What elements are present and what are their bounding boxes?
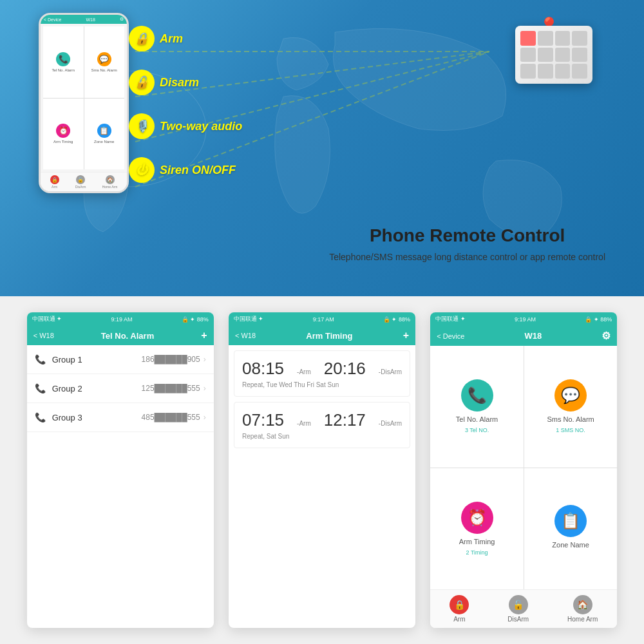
zone-name-icon: 📋 xyxy=(97,124,111,138)
timing2-end-time: 12:17 xyxy=(324,410,366,430)
homearm-bottom-btn[interactable]: 🏠 Home Arm xyxy=(567,595,598,623)
disarm-label: 🔓 Disarm xyxy=(129,70,242,95)
device-key-6 xyxy=(555,48,571,62)
sms-alarm-label: Sms No. Alarm xyxy=(91,68,117,72)
contact-item-1[interactable]: 📞 Group 1 186██████905 › xyxy=(27,345,214,374)
phone-grid-timing[interactable]: ⏰ Arm Timing xyxy=(43,99,84,170)
main-tel-label: Tel No. Alarm xyxy=(456,415,498,423)
disarm-bottom-icon: 🔓 xyxy=(509,595,528,614)
phone-settings-icon: ⚙ xyxy=(120,17,124,22)
device-key-11 xyxy=(572,64,587,79)
remote-control-title: Phone Remote Control xyxy=(329,225,605,246)
top-section: < Device W18 ⚙ 📞 Tel No. Alarm 💬 Sms No.… xyxy=(0,0,644,296)
main-timing-label: Arm Timing xyxy=(459,538,495,545)
timing1-repeat: Repeat, Tue Wed Thu Fri Sat Sun xyxy=(242,381,402,388)
tel-alarm-label: Tel No. Alarm xyxy=(52,68,75,72)
timing2-end-mode: -DisArm xyxy=(379,420,402,427)
siren-label: ⏻ Siren ON/OFF xyxy=(129,157,242,183)
screen2-back-button[interactable]: < W18 xyxy=(235,332,256,339)
screen1-back-button[interactable]: < W18 xyxy=(33,332,54,339)
screen2-status-time: 9:17 AM xyxy=(313,316,334,323)
arm-button-top[interactable]: 🔒 Arm xyxy=(50,175,59,189)
screen-arm-timing: 中国联通 ✦ 9:17 AM 🔒 ✦ 88% < W18 Arm Timing … xyxy=(229,312,415,628)
timing-item-2[interactable]: 07:15 -Arm 12:17 -DisArm Repeat, Sat Sun xyxy=(234,402,410,448)
device-key-5 xyxy=(538,48,553,62)
screen3-status-left: 中国联通 ✦ xyxy=(435,315,466,323)
contact-phone-icon-2: 📞 xyxy=(35,383,46,393)
timing2-start-mode: -Arm xyxy=(297,420,311,427)
arm-timing-icon: ⏰ xyxy=(56,124,70,138)
phone-grid-tel[interactable]: 📞 Tel No. Alarm xyxy=(43,26,84,98)
device-key-2 xyxy=(555,31,571,46)
screen1-add-button[interactable]: + xyxy=(201,330,207,341)
contact-item-2[interactable]: 📞 Group 2 125██████555 › xyxy=(27,374,214,403)
screen-tel-alarm: 中国联通 ✦ 9:19 AM 🔒 ✦ 88% < W18 Tel No. Ala… xyxy=(27,312,214,628)
contact-name-3: Group 3 xyxy=(52,413,142,422)
audio-icon: 🎙️ xyxy=(129,113,155,139)
screen3-nav-bar: < Device W18 ⚙ xyxy=(430,326,617,346)
main-sms-icon: 💬 xyxy=(554,379,587,412)
screen3-title: W18 xyxy=(525,331,542,341)
two-way-audio-label: 🎙️ Two-way audio xyxy=(129,113,242,139)
device-key-8 xyxy=(520,64,536,79)
screen3-back-button[interactable]: < Device xyxy=(437,332,464,340)
main-grid-timing[interactable]: ⏰ Arm Timing 2 Timing xyxy=(430,468,524,590)
main-grid-sms[interactable]: 💬 Sms No. Alarm 1 SMS NO. xyxy=(524,346,618,468)
contact-number-3: 485██████555 xyxy=(142,413,200,422)
contact-phone-icon-3: 📞 xyxy=(35,412,46,422)
main-grid-tel[interactable]: 📞 Tel No. Alarm 3 Tel NO. xyxy=(430,346,524,468)
feature-labels: 🔒 Arm 🔓 Disarm 🎙️ Two-way audio ⏻ Siren … xyxy=(129,26,242,201)
main-function-grid: 📞 Tel No. Alarm 3 Tel NO. 💬 Sms No. Alar… xyxy=(430,346,617,589)
device-key-3 xyxy=(572,31,587,46)
main-zone-label: Zone Name xyxy=(552,541,589,549)
main-zone-icon: 📋 xyxy=(554,505,587,537)
device-key-1 xyxy=(538,31,553,46)
screen2-add-button[interactable]: + xyxy=(403,330,409,341)
timing-list: 08:15 -Arm 20:16 -DisArm Repeat, Tue Wed… xyxy=(229,345,415,628)
screen3-status-time: 9:19 AM xyxy=(515,316,536,323)
device-key-9 xyxy=(538,64,553,79)
main-tel-sub: 3 Tel NO. xyxy=(465,427,489,433)
main-grid-zone[interactable]: 📋 Zone Name xyxy=(524,468,618,590)
phone-grid-sms[interactable]: 💬 Sms No. Alarm xyxy=(84,26,125,98)
screen3-status-bar: 中国联通 ✦ 9:19 AM 🔒 ✦ 88% xyxy=(430,312,617,326)
main-sms-label: Sms No. Alarm xyxy=(547,415,594,423)
sms-alarm-icon: 💬 xyxy=(97,52,111,66)
homearm-button-top[interactable]: 🏠 Home Arm xyxy=(102,175,118,189)
screen2-status-left: 中国联通 ✦ xyxy=(234,315,264,323)
screen2-title: Arm Timing xyxy=(306,331,352,341)
contact-list: 📞 Group 1 186██████905 › 📞 Group 2 125██… xyxy=(27,345,214,628)
device-key-10 xyxy=(555,64,571,79)
main-tel-icon: 📞 xyxy=(461,379,493,412)
homearm-bottom-icon: 🏠 xyxy=(573,595,592,614)
main-timing-icon: ⏰ xyxy=(461,502,493,534)
disarm-bottom-btn[interactable]: 🔓 DisArm xyxy=(507,595,529,623)
device-image xyxy=(515,26,592,84)
screen1-status-bar: 中国联通 ✦ 9:19 AM 🔒 ✦ 88% xyxy=(27,312,214,326)
siren-icon: ⏻ xyxy=(129,157,155,183)
disarm-button-top[interactable]: 🔓 DisArm xyxy=(75,175,86,189)
arm-label: 🔒 Arm xyxy=(129,26,242,52)
screen2-status-right: 🔒 ✦ 88% xyxy=(383,316,410,323)
contact-name-2: Group 2 xyxy=(52,384,142,393)
disarm-icon: 🔓 xyxy=(129,70,155,95)
phone-grid-zone[interactable]: 📋 Zone Name xyxy=(84,99,125,170)
phone-back-label: < Device xyxy=(44,17,61,22)
screen1-status-right: 🔒 ✦ 88% xyxy=(182,316,209,323)
arm-timing-label: Arm Timing xyxy=(53,140,73,144)
contact-item-3[interactable]: 📞 Group 3 485██████555 › xyxy=(27,403,214,432)
contact-number-1: 186██████905 xyxy=(142,355,200,364)
timing-item-1[interactable]: 08:15 -Arm 20:16 -DisArm Repeat, Tue Wed… xyxy=(234,350,410,397)
timing1-start-time: 08:15 xyxy=(242,359,284,379)
device-key-4 xyxy=(520,48,536,62)
screen1-status-left: 中国联通 ✦ xyxy=(32,315,62,323)
screen3-settings-icon[interactable]: ⚙ xyxy=(601,330,611,342)
screen3-status-right: 🔒 ✦ 88% xyxy=(585,316,612,323)
contact-number-2: 125██████555 xyxy=(142,384,200,393)
arm-bottom-btn[interactable]: 🔒 Arm xyxy=(450,595,469,623)
timing1-end-time: 20:16 xyxy=(324,359,366,379)
contact-arrow-3: › xyxy=(204,413,206,422)
screen1-title: Tel No. Alarm xyxy=(101,331,154,341)
phone-device-title: W18 xyxy=(86,17,95,22)
zone-name-label: Zone Name xyxy=(94,140,114,144)
